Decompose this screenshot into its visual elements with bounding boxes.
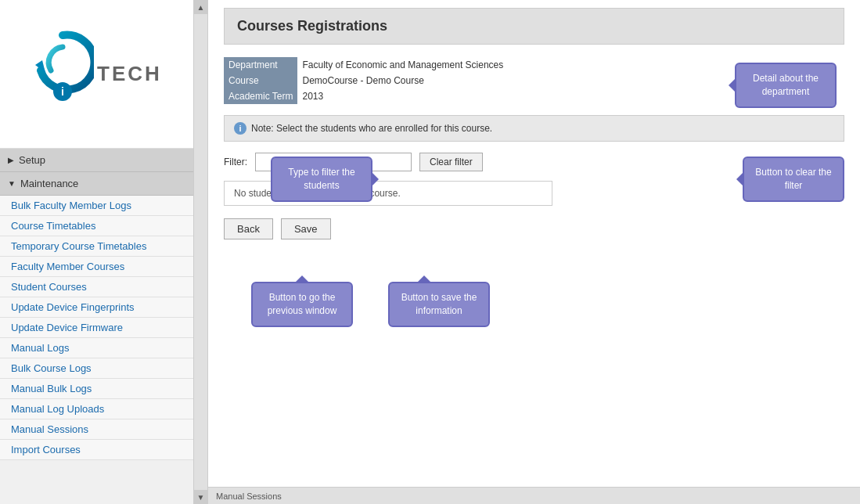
filter-label: Filter:	[224, 157, 247, 167]
sidebar-item-manual-logs[interactable]: Manual Logs	[0, 338, 193, 358]
scroll-down-arrow[interactable]: ▼	[194, 490, 208, 504]
bottom-bar: Manual Sessions	[208, 487, 860, 504]
sidebar-section-maintenance[interactable]: ▼ Maintenance	[0, 172, 193, 196]
clear-filter-button[interactable]: Clear filter	[419, 153, 483, 171]
svg-text:i: i	[61, 85, 64, 98]
sidebar-item-student-courses[interactable]: Student Courses	[0, 277, 193, 297]
academic-term-label: Academic Term	[224, 88, 297, 104]
logo-text: TECH	[97, 62, 162, 86]
setup-arrow-icon: ▶	[8, 156, 14, 164]
sidebar-section-setup[interactable]: ▶ Setup	[0, 149, 193, 172]
info-icon: i	[234, 122, 246, 135]
tooltip-back: Button to go the previous window	[251, 282, 353, 327]
logo-area: i TECH	[0, 0, 193, 149]
tooltip-filter: Type to filter the students	[271, 157, 372, 202]
action-buttons: Back Save	[224, 218, 844, 239]
sidebar: i TECH ▶ Setup ▼ Maintenance Bulk Facult…	[0, 0, 194, 504]
tooltip-department: Detail about the department	[735, 63, 837, 108]
manual-sessions-label: Manual Sessions	[216, 491, 282, 501]
note-bar: i Note: Select the students who are enro…	[224, 115, 844, 142]
tooltip-clear-filter: Button to clear the filter	[743, 157, 844, 202]
course-label: Course	[224, 73, 297, 88]
logo-container: i TECH	[31, 27, 162, 121]
setup-label: Setup	[19, 154, 45, 166]
sidebar-item-bulk-faculty-member-logs[interactable]: Bulk Faculty Member Logs	[0, 196, 193, 216]
back-button[interactable]: Back	[224, 218, 273, 239]
sidebar-item-faculty-member-courses[interactable]: Faculty Member Courses	[0, 257, 193, 277]
department-row: Department Faculty of Economic and Manag…	[224, 57, 508, 73]
sidebar-item-manual-bulk-logs[interactable]: Manual Bulk Logs	[0, 379, 193, 399]
sidebar-item-manual-log-uploads[interactable]: Manual Log Uploads	[0, 399, 193, 419]
scroll-indicator: ▲ ▼	[194, 0, 208, 504]
sidebar-item-update-device-fingerprints[interactable]: Update Device Fingerprints	[0, 297, 193, 318]
academic-term-row: Academic Term 2013	[224, 88, 508, 104]
sidebar-item-update-device-firmware[interactable]: Update Device Firmware	[0, 318, 193, 338]
maintenance-label: Maintenance	[20, 178, 78, 189]
main-wrapper: ▲ ▼ Courses Registrations Department Fac…	[194, 0, 860, 504]
department-label: Department	[224, 57, 297, 73]
course-row: Course DemoCourse - Demo Course	[224, 73, 508, 88]
academic-term-value: 2013	[297, 88, 508, 104]
course-value: DemoCourse - Demo Course	[297, 73, 508, 88]
sidebar-item-import-courses[interactable]: Import Courses	[0, 440, 193, 460]
sidebar-item-temporary-course-timetables[interactable]: Temporary Course Timetables	[0, 236, 193, 257]
tooltip-save: Button to save the information	[388, 282, 490, 327]
note-text: Note: Select the students who are enroll…	[251, 123, 492, 134]
page-title: Courses Registrations	[224, 8, 844, 45]
sidebar-item-course-timetables[interactable]: Course Timetables	[0, 216, 193, 236]
maintenance-arrow-icon: ▼	[8, 179, 16, 188]
sidebar-item-bulk-course-logs[interactable]: Bulk Course Logs	[0, 358, 193, 379]
save-button[interactable]: Save	[281, 218, 331, 239]
sidebar-nav: ▶ Setup ▼ Maintenance Bulk Faculty Membe…	[0, 149, 193, 504]
logo-icon: i	[31, 27, 94, 121]
content-area: Courses Registrations Department Faculty…	[208, 0, 860, 504]
department-value: Faculty of Economic and Management Scien…	[297, 57, 508, 73]
sidebar-item-manual-sessions[interactable]: Manual Sessions	[0, 419, 193, 440]
scroll-up-arrow[interactable]: ▲	[194, 0, 208, 14]
info-table: Department Faculty of Economic and Manag…	[224, 57, 508, 104]
